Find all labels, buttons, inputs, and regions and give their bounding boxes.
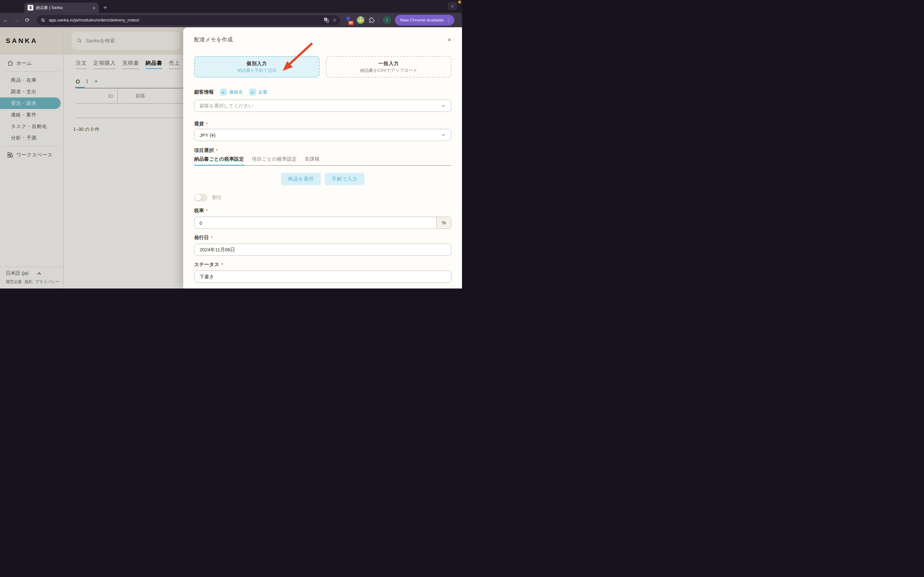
toggle-knob [195, 194, 201, 201]
option-subtitle: 納品書を手動で追加 [237, 68, 276, 73]
extension-icon-badged[interactable]: ✱ 9+ [344, 16, 353, 24]
app-viewport: SANKA ホーム 商品・在庫 調達・支出 受注・請求 連絡・案件 タスク・自動… [0, 27, 462, 288]
add-contact-button[interactable]: + 連絡先 [220, 89, 243, 95]
discount-toggle[interactable] [194, 193, 208, 201]
chevron-down-icon [441, 132, 446, 137]
label-text: 通貨 [194, 121, 204, 126]
browser-window: S 納品書 | Sanka × + ∨ ← → ⟳ app.sanka.io/j… [0, 0, 462, 288]
required-marker: * [211, 235, 213, 240]
chip-label: 連絡先 [229, 89, 243, 95]
modal-title: 配達メモを作成 [194, 36, 233, 43]
tab-per-invoice-tax[interactable]: 納品書ごとの税率設定 [194, 156, 244, 166]
plus-icon: + [249, 89, 256, 95]
currency-value: JPY (¥) [200, 132, 216, 138]
chip-label: 企業 [258, 89, 268, 95]
currency-label: 通貨* [194, 121, 451, 127]
required-marker: * [216, 148, 218, 153]
notification-dot [458, 1, 461, 3]
currency-select[interactable]: JPY (¥) [194, 129, 451, 141]
profile-avatar[interactable]: I [383, 16, 391, 24]
svg-text:文: 文 [326, 20, 328, 22]
status-input[interactable]: 下書き [194, 271, 451, 283]
new-tab-icon[interactable]: + [103, 3, 107, 12]
issue-date-label: 発行日* [194, 235, 451, 241]
customer-info-row: 顧客情報 + 連絡先 + 企業 [194, 88, 451, 96]
status-label: ステータス* [194, 261, 451, 268]
entry-mode-options: 個別入力 納品書を手動で追加 一括入力 納品書をCSVでアップロード [194, 56, 451, 77]
label-text: ステータス [194, 261, 220, 267]
extensions-puzzle-icon[interactable] [368, 17, 375, 23]
discount-label: 割引 [212, 195, 222, 201]
label-text: 発行日 [194, 235, 209, 240]
required-marker: * [206, 208, 208, 213]
label-text: 税率 [194, 208, 204, 213]
item-action-buttons: 商品を選択 手動で入力 [194, 173, 451, 185]
browser-toolbar: ← → ⟳ app.sanka.io/ja/modules/orders/del… [0, 13, 462, 27]
reload-icon[interactable]: ⟳ [22, 17, 33, 24]
option-subtitle: 納品書をCSVでアップロード [360, 68, 417, 73]
browser-tab-strip: S 納品書 | Sanka × + ∨ [0, 0, 462, 13]
window-chevron-down-icon[interactable]: ∨ [448, 2, 457, 10]
select-product-button[interactable]: 商品を選択 [281, 173, 321, 185]
tax-mode-tabs: 納品書ごとの税率設定 項目ごとの税率設定 非課税 [194, 156, 451, 166]
create-delivery-note-modal: 配達メモを作成 × 個別入力 納品書を手動で追加 一括入力 納品書をCSVでアッ… [183, 27, 462, 288]
percent-suffix: % [436, 217, 451, 229]
forward-icon[interactable]: → [11, 17, 22, 23]
item-select-label: 項目選択* [194, 147, 451, 153]
customer-select-placeholder: 顧客を選択してください [200, 103, 253, 109]
sanka-favicon: S [27, 5, 33, 11]
manual-entry-button[interactable]: 手動で入力 [325, 173, 365, 185]
option-title: 一括入力 [379, 61, 399, 67]
tax-rate-input[interactable]: 0 [194, 217, 436, 229]
issue-date-input[interactable]: 2024年11月06日 [194, 243, 451, 256]
add-company-button[interactable]: + 企業 [249, 89, 268, 95]
chrome-update-label: New Chrome available [400, 18, 444, 23]
url-text: app.sanka.io/ja/modules/orders/delivery_… [49, 18, 320, 23]
option-individual-entry[interactable]: 個別入力 納品書を手動で追加 [194, 56, 320, 77]
tax-rate-field: 0 % [194, 217, 451, 229]
required-marker: * [221, 262, 223, 267]
label-text: 項目選択 [194, 147, 214, 153]
customer-select[interactable]: 顧客を選択してください [194, 100, 451, 112]
chevron-down-icon [441, 103, 446, 108]
translate-icon[interactable]: G 文 [324, 17, 329, 23]
required-marker: * [206, 121, 208, 126]
tax-rate-label: 税率* [194, 208, 451, 214]
tab-title: 納品書 | Sanka [36, 5, 90, 11]
plus-icon: + [220, 89, 227, 95]
tab-close-icon[interactable]: × [93, 5, 95, 10]
extension-badge: 9+ [349, 21, 354, 25]
option-title: 個別入力 [247, 61, 267, 67]
url-bar[interactable]: app.sanka.io/ja/modules/orders/delivery_… [37, 15, 340, 25]
chrome-update-button[interactable]: New Chrome available ⋮ [395, 15, 454, 26]
browser-tab[interactable]: S 納品書 | Sanka × [24, 3, 99, 13]
site-settings-icon[interactable] [40, 18, 45, 23]
option-bulk-entry[interactable]: 一括入力 納品書をCSVでアップロード [326, 56, 451, 77]
back-icon[interactable]: ← [0, 17, 11, 23]
bookmark-star-icon[interactable]: ☆ [333, 17, 337, 23]
tab-tax-exempt[interactable]: 非課税 [305, 156, 320, 165]
modal-header: 配達メモを作成 × [194, 35, 451, 43]
browser-menu-icon[interactable]: ⋮ [446, 17, 451, 23]
close-icon[interactable]: × [447, 36, 451, 43]
customer-info-label: 顧客情報 [194, 89, 214, 95]
tab-per-item-tax[interactable]: 項目ごとの税率設定 [252, 156, 297, 165]
frog-extension-icon[interactable] [357, 16, 365, 24]
discount-toggle-row: 割引 [194, 193, 451, 201]
extensions-area: ✱ 9+ I New Chrome available ⋮ [344, 15, 454, 26]
